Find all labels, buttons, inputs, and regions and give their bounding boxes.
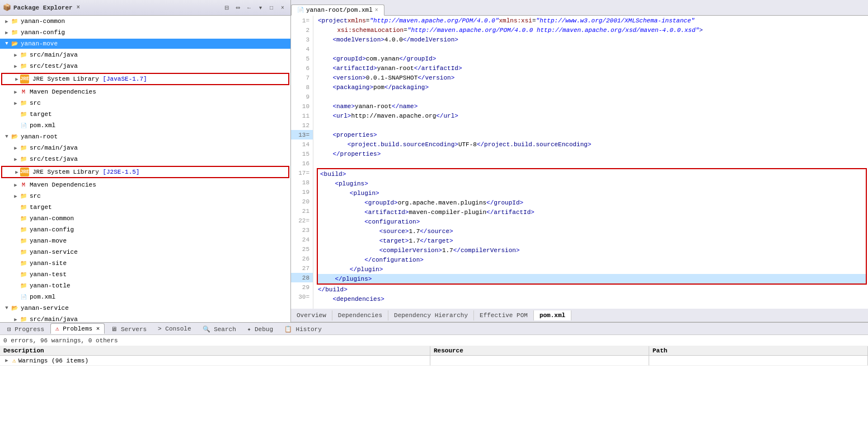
tree-item-target-move[interactable]: 📁 target bbox=[0, 109, 290, 120]
tree-label-pom-move: pom.xml bbox=[30, 122, 55, 129]
editor-tab-pom[interactable]: 📄 yanan-root/pom.xml × bbox=[291, 4, 384, 16]
build-block: <build> <plugins> <plugin> bbox=[317, 168, 867, 285]
tree-item-yanan-move-src-main[interactable]: ▶ 📁 src/main/java bbox=[0, 49, 290, 61]
problems-status: 0 errors, 96 warnings, 0 others bbox=[0, 335, 868, 346]
warnings-resource bbox=[430, 356, 649, 365]
problems-icon: ⚠ bbox=[55, 326, 59, 332]
tree-item-yanan-root-src-test[interactable]: ▶ 📁 src/test/java bbox=[0, 154, 290, 165]
tab-console[interactable]: > Console bbox=[153, 324, 196, 333]
panel-toolbar: ⊟ ⇔ ← ▾ □ × bbox=[222, 3, 288, 13]
tree-item-yanan-root-src-main[interactable]: ▶ 📁 src/main/java bbox=[0, 142, 290, 154]
tree-label-target-root: target bbox=[30, 204, 52, 211]
tree-item-yanan-service[interactable]: ▼ 📂 yanan-service bbox=[0, 303, 290, 314]
maven-icon-root: M bbox=[19, 180, 28, 189]
tab-debug[interactable]: ✦ Debug bbox=[242, 324, 278, 334]
line-num-13: 13= bbox=[291, 130, 313, 140]
code-line-15: </properties> bbox=[316, 149, 868, 159]
tree-item-yanan-move[interactable]: ▼ 📂 yanan-move bbox=[0, 38, 290, 49]
editor-tab-effective-pom[interactable]: Effective POM bbox=[474, 310, 534, 320]
tab-progress[interactable]: ⊡ Progress bbox=[2, 324, 49, 334]
tree-toggle-src-main[interactable]: ▶ bbox=[12, 52, 19, 58]
tab-search[interactable]: 🔍 Search bbox=[198, 324, 241, 334]
tree-item-src-move[interactable]: ▶ 📁 src bbox=[0, 97, 290, 109]
tree-toggle-yanan-common[interactable]: ▶ bbox=[3, 18, 10, 25]
problems-row-warnings[interactable]: ▶ ⚠ Warnings (96 items) bbox=[0, 356, 868, 366]
line-num-2: 2 bbox=[291, 25, 313, 35]
tree-item-jre-move[interactable]: ▶ JRE JRE System Library [JavaSE-1.7] bbox=[0, 72, 290, 86]
close-button[interactable]: × bbox=[278, 3, 288, 13]
tree-item-maven-root[interactable]: ▶ M Maven Dependencies bbox=[0, 179, 290, 190]
tree-item-root-sub-service[interactable]: 📁 yanan-service bbox=[0, 247, 290, 258]
line-num-12: 12 bbox=[291, 120, 313, 130]
back-button[interactable]: ← bbox=[244, 3, 254, 13]
proj-ref-config: 📁 bbox=[19, 225, 28, 234]
tree-item-src-root[interactable]: ▶ 📁 src bbox=[0, 190, 290, 202]
collapse-all-button[interactable]: ⊟ bbox=[222, 3, 232, 13]
code-area[interactable]: <project xmlns="http://maven.apache.org/… bbox=[313, 16, 868, 309]
tree-label-sub-move: yanan-move bbox=[30, 238, 67, 244]
code-line-27: </plugin> bbox=[318, 264, 866, 274]
code-line-2: xsi:schemaLocation="http://maven.apache.… bbox=[316, 25, 868, 35]
editor-tab-overview[interactable]: Overview bbox=[291, 310, 332, 320]
tab-icon: 📄 bbox=[297, 7, 304, 13]
editor-tab-pom-xml[interactable]: pom.xml bbox=[534, 310, 571, 320]
src-main-service: 📁 bbox=[19, 315, 28, 322]
col-description: Description bbox=[0, 346, 430, 355]
line-num-4: 4 bbox=[291, 44, 313, 54]
tree-label-src-move: src bbox=[30, 100, 41, 106]
tree-item-root-sub-common[interactable]: 📁 yanan-common bbox=[0, 213, 290, 224]
tab-history[interactable]: 📋 History bbox=[279, 324, 327, 334]
tree-item-yanan-root[interactable]: ▼ 📂 yanan-root bbox=[0, 131, 290, 142]
tree-toggle-yanan-move[interactable]: ▼ bbox=[3, 41, 10, 47]
tree-item-yanan-common[interactable]: ▶ 📁 yanan-common bbox=[0, 16, 290, 27]
tree-toggle-maven-move[interactable]: ▶ bbox=[12, 89, 19, 95]
tab-close-icon[interactable]: × bbox=[375, 7, 378, 13]
line-num-17: 17= bbox=[291, 168, 313, 178]
tree-toggle-src-move[interactable]: ▶ bbox=[12, 100, 19, 106]
close-tab-icon[interactable]: × bbox=[77, 4, 80, 11]
tree-item-root-sub-totle[interactable]: 📁 yanan-totle bbox=[0, 280, 290, 291]
problems-count-text: 0 errors, 96 warnings, 0 others bbox=[3, 337, 118, 344]
progress-icon: ⊡ bbox=[7, 326, 11, 333]
code-line-5: <groupId>com.yanan</groupId> bbox=[316, 54, 868, 63]
tree-item-service-src-main[interactable]: ▶ 📁 src/main/java bbox=[0, 314, 290, 322]
tree-item-root-sub-test[interactable]: 📁 yanan-test bbox=[0, 269, 290, 280]
tree-toggle-yanan-root[interactable]: ▼ bbox=[3, 134, 10, 140]
tree-toggle-yanan-config[interactable]: ▶ bbox=[3, 30, 10, 36]
tree-label-yanan-root: yanan-root bbox=[21, 133, 58, 140]
bottom-panel: ⊡ Progress ⚠ Problems × 🖥 Servers > Cons… bbox=[0, 322, 868, 423]
code-line-13: <properties> bbox=[316, 130, 868, 140]
tree-item-target-root[interactable]: 📁 target bbox=[0, 202, 290, 213]
tree-toggle-jre-move[interactable]: ▶ bbox=[13, 76, 20, 82]
pom-icon-root: 📄 bbox=[19, 292, 28, 301]
menu-button[interactable]: ▾ bbox=[255, 3, 265, 13]
tab-problems[interactable]: ⚠ Problems × bbox=[50, 323, 105, 334]
tree-item-pom-root[interactable]: 📄 pom.xml bbox=[0, 291, 290, 303]
code-line-25: <compilerVersion>1.7</compilerVersion> bbox=[318, 245, 866, 255]
line-num-8: 8 bbox=[291, 82, 313, 92]
tree-area[interactable]: ▶ 📁 yanan-common ▶ 📁 yanan-config bbox=[0, 16, 290, 322]
link-with-editor-button[interactable]: ⇔ bbox=[233, 3, 243, 13]
editor-content: 1= 2 3 4 5 6 7 8 9 10 11 12 13= 14 15 16 bbox=[291, 16, 868, 309]
tree-toggle-yanan-service[interactable]: ▼ bbox=[3, 305, 10, 311]
minimize-button[interactable]: □ bbox=[266, 3, 276, 13]
tree-item-maven-move[interactable]: ▶ M Maven Dependencies bbox=[0, 86, 290, 97]
line-num-28: 28 bbox=[291, 273, 313, 282]
tab-servers[interactable]: 🖥 Servers bbox=[106, 324, 152, 334]
tree-item-root-sub-move[interactable]: 📁 yanan-move bbox=[0, 235, 290, 247]
tree-label-target-move: target bbox=[30, 111, 52, 118]
line-num-27: 27 bbox=[291, 263, 313, 273]
warnings-toggle[interactable]: ▶ bbox=[3, 357, 10, 364]
line-num-6: 6 bbox=[291, 63, 313, 73]
editor-tab-dependencies[interactable]: Dependencies bbox=[332, 310, 388, 320]
editor-tab-dep-hierarchy[interactable]: Dependency Hierarchy bbox=[388, 310, 474, 320]
tree-item-root-sub-site[interactable]: 📁 yanan-site bbox=[0, 258, 290, 269]
tree-toggle-src-test[interactable]: ▶ bbox=[12, 63, 19, 69]
tree-item-root-sub-config[interactable]: 📁 yanan-config bbox=[0, 224, 290, 235]
tree-item-jre-root[interactable]: ▶ JRE JRE System Library [J2SE-1.5] bbox=[0, 165, 290, 179]
tree-item-pom-move[interactable]: 📄 pom.xml bbox=[0, 120, 290, 131]
tree-item-yanan-config[interactable]: ▶ 📁 yanan-config bbox=[0, 27, 290, 38]
tree-item-yanan-move-src-test[interactable]: ▶ 📁 src/test/java bbox=[0, 61, 290, 72]
project-icon-yanan-root: 📂 bbox=[10, 132, 19, 141]
proj-ref-move: 📁 bbox=[19, 236, 28, 245]
